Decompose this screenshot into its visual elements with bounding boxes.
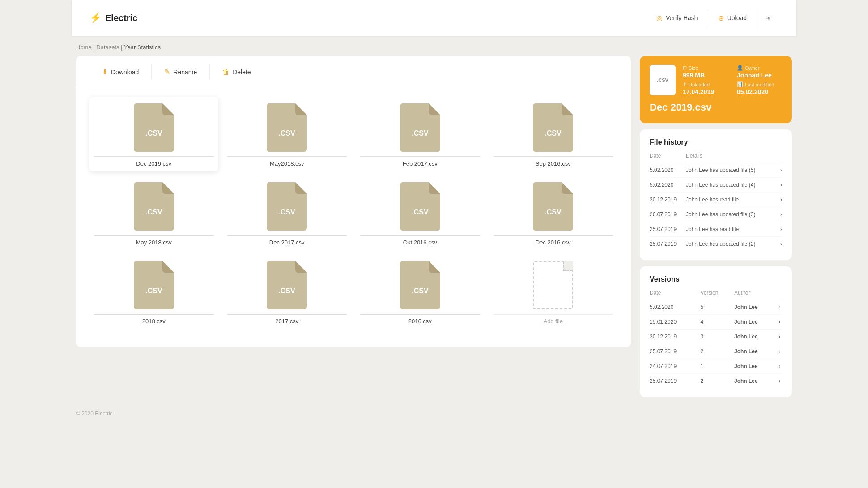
delete-icon: 🗑 [222,68,230,76]
meta-uploaded: ⬆ Uploaded 17.04.2019 [683,81,728,95]
file-item[interactable]: .CSV 2016.csv [356,255,485,329]
last-modified-label: 📊 Last modified [737,81,782,87]
history-chevron[interactable]: › [780,237,782,252]
download-label: Download [111,68,139,76]
version-chevron[interactable]: › [779,315,782,330]
uploaded-label: ⬆ Uploaded [683,81,728,87]
version-row[interactable]: 25.07.2019 2 John Lee › [650,374,782,389]
breadcrumb-datasets[interactable]: Datasets [96,44,119,51]
versions-version-col: Version [700,290,734,300]
svg-text:.CSV: .CSV [545,208,562,216]
version-row[interactable]: 25.07.2019 2 John Lee › [650,344,782,359]
version-number: 2 [700,374,734,389]
svg-text:.CSV: .CSV [545,129,562,137]
file-item[interactable]: .CSV Dec 2017.csv [223,176,352,250]
svg-text:.CSV: .CSV [279,208,296,216]
file-icon: .CSV [267,182,307,231]
version-chevron[interactable]: › [779,359,782,374]
versions-table: Date Version Author 5.02.2020 5 John Lee… [650,290,782,388]
add-file-label: Add file [494,314,613,325]
version-author: John Lee [734,330,779,344]
file-name: 2018.csv [94,314,214,325]
history-row[interactable]: 25.07.2019 John Lee has updated file (2)… [650,237,782,252]
history-chevron[interactable]: › [780,193,782,207]
history-detail: John Lee has updated file (3) [686,207,780,222]
file-item[interactable]: .CSV Feb 2017.csv [356,97,485,171]
versions-title: Versions [650,275,782,283]
upload-small-icon: ⬆ [683,81,687,87]
file-info-card: .CSV ⊡ Size 999 MB 👤 Owner [640,56,792,123]
upload-button[interactable]: ⊕ Upload [708,9,757,27]
file-name: 2016.csv [360,314,480,325]
version-date: 24.07.2019 [650,359,700,374]
file-name: 2017.csv [227,314,347,325]
file-name: Okt 2016.csv [360,235,480,246]
rename-button[interactable]: ✎ Rename [152,64,210,80]
file-item[interactable]: .CSV Dec 2016.csv [489,176,618,250]
file-item[interactable]: .CSV May 2018.csv [89,176,218,250]
file-name: Dec 2019.csv [94,156,214,167]
file-item[interactable]: .CSV Dec 2019.csv [89,97,218,171]
version-row[interactable]: 30.12.2019 3 John Lee › [650,330,782,344]
history-date: 25.07.2019 [650,222,686,237]
file-icon: .CSV [400,261,440,309]
history-chevron[interactable]: › [780,178,782,193]
version-row[interactable]: 5.02.2020 5 John Lee › [650,300,782,315]
file-icon: .CSV [134,261,174,309]
file-item[interactable]: .CSV 2018.csv [89,255,218,329]
file-item[interactable]: .CSV Okt 2016.csv [356,176,485,250]
breadcrumb-home[interactable]: Home [76,44,92,51]
file-info-name: Dec 2019.csv [650,102,782,113]
file-item[interactable]: .CSV May2018.csv [223,97,352,171]
header: ⚡ Electric ◎ Verify Hash ⊕ Upload ⇥ [72,0,796,36]
download-button[interactable]: ⬇ Download [89,64,152,80]
file-icon: .CSV [134,182,174,231]
upload-icon: ⊕ [718,14,724,22]
version-row[interactable]: 15.01.2020 4 John Lee › [650,315,782,330]
version-chevron[interactable]: › [779,300,782,315]
file-item[interactable]: .CSV 2017.csv [223,255,352,329]
file-name: Sep 2016.csv [494,156,613,167]
file-item[interactable]: .CSV Sep 2016.csv [489,97,618,171]
delete-button[interactable]: 🗑 Delete [210,64,263,80]
modified-icon: 📊 [737,81,743,87]
version-chevron[interactable]: › [779,374,782,389]
history-chevron[interactable]: › [780,222,782,237]
delete-label: Delete [233,68,251,76]
add-file-item[interactable]: Add file [489,255,618,329]
verify-hash-button[interactable]: ◎ Verify Hash [647,9,708,27]
history-date-col: Date [650,153,686,163]
history-row[interactable]: 26.07.2019 John Lee has updated file (3)… [650,207,782,222]
history-detail: John Lee has updated file (2) [686,237,780,252]
history-row[interactable]: 30.12.2019 John Lee has read file › [650,193,782,207]
svg-text:.CSV: .CSV [279,287,296,295]
history-row[interactable]: 5.02.2020 John Lee has updated file (5) … [650,163,782,178]
history-date: 5.02.2020 [650,163,686,178]
history-row[interactable]: 5.02.2020 John Lee has updated file (4) … [650,178,782,193]
add-file-box [533,261,573,309]
file-name: Dec 2016.csv [494,235,613,246]
file-icon: .CSV [400,103,440,152]
toolbar: ⬇ Download ✎ Rename 🗑 Delete [76,56,631,88]
version-number: 5 [700,300,734,315]
file-thumb-text: .CSV [657,77,668,83]
last-modified-value: 05.02.2020 [737,88,782,95]
file-thumbnail: .CSV [650,65,676,95]
meta-size: ⊡ Size 999 MB [683,65,728,79]
file-icon: .CSV [400,182,440,231]
file-icon: .CSV [533,182,573,231]
svg-text:.CSV: .CSV [145,287,162,295]
version-row[interactable]: 24.07.2019 1 John Lee › [650,359,782,374]
history-chevron[interactable]: › [780,207,782,222]
version-chevron[interactable]: › [779,330,782,344]
meta-owner: 👤 Owner Johnad Lee [737,65,782,79]
version-chevron[interactable]: › [779,344,782,359]
history-table: Date Details 5.02.2020 John Lee has upda… [650,153,782,251]
meta-last-modified: 📊 Last modified 05.02.2020 [737,81,782,95]
history-chevron[interactable]: › [780,163,782,178]
version-author: John Lee [734,300,779,315]
history-row[interactable]: 25.07.2019 John Lee has read file › [650,222,782,237]
owner-icon: 👤 [737,65,743,71]
version-author: John Lee [734,359,779,374]
logout-button[interactable]: ⇥ [757,10,779,26]
